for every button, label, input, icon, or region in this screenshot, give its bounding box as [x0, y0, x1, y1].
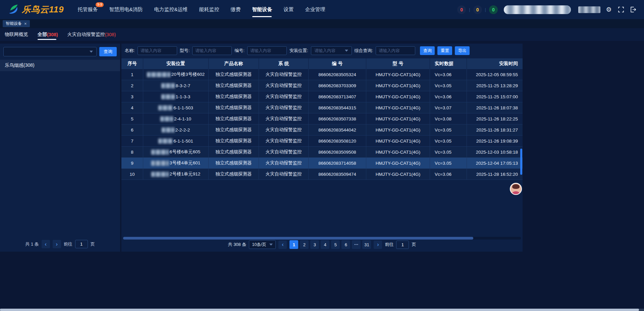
page-input[interactable] — [396, 241, 409, 249]
subtab[interactable]: 火灾自动报警监控(308) — [67, 28, 116, 41]
left-prev-page-button[interactable]: ‹ — [42, 240, 50, 248]
table-row[interactable]: 86号楼6单元605独立式感烟探测器火灾自动报警监控86606208350950… — [121, 147, 523, 158]
filter-input[interactable] — [376, 46, 415, 55]
cell-code: 866062083714058 — [309, 158, 366, 168]
filter-input[interactable] — [192, 46, 232, 55]
cell-model: HMJTY-GD-CAT1(4G) — [366, 147, 430, 157]
cell-system: 火灾自动报警监控 — [259, 91, 309, 102]
tab-close-icon[interactable]: × — [24, 21, 27, 26]
cell-loc: 3号楼4单元601 — [143, 158, 209, 168]
cell-model: HMJTY-GD-CAT1(4G) — [366, 124, 430, 135]
page-size-select[interactable]: 10条/页 — [249, 240, 276, 249]
subtab[interactable]: 物联网概览 — [5, 28, 28, 41]
more-pages-button[interactable]: ••• — [352, 240, 361, 249]
nav-item[interactable]: 智能设备 — [252, 0, 272, 19]
page-button[interactable]: 5 — [331, 240, 340, 249]
tab-strip: 智能设备 × — [0, 19, 644, 28]
nav-item[interactable]: 设置 — [283, 0, 293, 19]
nav-item[interactable]: 托管服务9-9 — [77, 0, 98, 19]
cell-model: HMJTY-GD-CAT1(4G) — [366, 102, 430, 113]
device-type-select[interactable] — [3, 47, 97, 56]
table-row[interactable]: 31-1-3-3独立式感烟探测器火灾自动报警监控866062083713407H… — [121, 91, 523, 102]
filter-input[interactable] — [138, 46, 177, 55]
redacted-location-prefix — [147, 72, 170, 77]
nav-item[interactable]: 智慧用电&消防 — [109, 0, 143, 19]
cell-rt: Vc=3.05 — [430, 147, 467, 157]
list-item[interactable]: 乐鸟烟感(308) — [0, 60, 120, 71]
cell-rt: Vc=3.06 — [430, 169, 467, 179]
cell-system: 火灾自动报警监控 — [259, 102, 309, 113]
page-button[interactable]: 1 — [289, 240, 298, 249]
cell-loc: 6号楼6单元605 — [143, 147, 209, 157]
table-horizontal-scrollbar[interactable] — [123, 237, 521, 240]
cell-code: 866062083703309 — [309, 80, 366, 91]
cell-model: HMJTY-GD-CAT1(4G) — [366, 158, 430, 168]
open-tab-smart-devices[interactable]: 智能设备 × — [3, 20, 30, 27]
page-button[interactable]: 2 — [300, 240, 309, 249]
page-button[interactable]: 3 — [310, 240, 319, 249]
table-row[interactable]: 93号楼4单元601独立式感烟探测器火灾自动报警监控86606208371405… — [121, 158, 523, 169]
cell-no: 1 — [121, 69, 143, 80]
cell-loc: 2-2-2-2 — [143, 124, 209, 135]
logout-icon[interactable] — [629, 6, 637, 13]
table-row[interactable]: 46-1-1-503独立式感烟探测器火灾自动报警监控86606208354431… — [121, 102, 523, 113]
app-root: 乐鸟云119 托管服务9-9智慧用电&消防电力监控&运维能耗监控缴费智能设备设置… — [0, 0, 644, 311]
nav-item[interactable]: 能耗监控 — [199, 0, 219, 19]
subtab-label: 火灾自动报警监控 — [67, 32, 105, 38]
scrollbar-thumb[interactable] — [0, 309, 639, 311]
table-row[interactable]: 76-1-1-501独立式感烟探测器火灾自动报警监控86606208350812… — [121, 136, 523, 147]
settings-gear-icon[interactable]: ⚙ — [605, 6, 612, 13]
table-vertical-scrollbar[interactable] — [520, 149, 522, 175]
table-body: 120号楼3号楼602独立式感烟探测器火灾自动报警监控8660620835053… — [121, 69, 523, 180]
cell-system: 火灾自动报警监控 — [259, 136, 309, 146]
cell-system: 火灾自动报警监控 — [259, 169, 309, 179]
cell-code: 866062083509474 — [309, 169, 366, 179]
filter-label: 型号: — [180, 48, 190, 54]
cell-no: 7 — [121, 136, 143, 146]
subtab[interactable]: 全部(308) — [38, 28, 58, 41]
table-row[interactable]: 28-3-2-7独立式感烟探测器火灾自动报警监控866062083703309H… — [121, 80, 523, 91]
reset-button[interactable]: 重置 — [437, 46, 452, 55]
left-page-input[interactable] — [75, 240, 88, 248]
alarm-counter[interactable]: 0 — [457, 5, 466, 14]
window-horizontal-scrollbar[interactable] — [0, 309, 644, 311]
brand[interactable]: 乐鸟云119 — [7, 3, 64, 16]
cell-rt: Vc=3.08 — [430, 113, 467, 124]
page-button[interactable]: 4 — [321, 240, 329, 249]
table-row[interactable]: 52-4-1-10独立式感烟探测器火灾自动报警监控866062083507338… — [121, 113, 523, 124]
next-page-button[interactable]: › — [374, 241, 382, 249]
table-row[interactable]: 120号楼3号楼602独立式感烟探测器火灾自动报警监控8660620835053… — [121, 69, 523, 80]
support-avatar[interactable] — [510, 183, 522, 195]
alarm-counter[interactable]: 0 — [473, 5, 482, 14]
cell-loc: 1-1-3-3 — [143, 91, 209, 102]
filter-input[interactable] — [247, 46, 287, 55]
filter-label: 名称: — [125, 48, 135, 54]
cell-product: 独立式感烟探测器 — [209, 124, 259, 135]
table-row[interactable]: 102号楼1单元912独立式感烟探测器火灾自动报警监控8660620835094… — [121, 169, 523, 180]
cell-loc: 2号楼1单元912 — [143, 169, 209, 179]
alarm-counter[interactable]: 0 — [489, 5, 498, 14]
cell-time: 2025-11-25 15:07:00 — [467, 91, 523, 102]
query-button[interactable]: 查询 — [420, 46, 435, 55]
cell-time: 2025-11-25 13:28:29 — [467, 80, 523, 91]
left-next-page-button[interactable]: › — [53, 240, 61, 248]
cell-loc: 20号楼3号楼602 — [143, 69, 209, 80]
redacted-location-prefix — [158, 105, 172, 110]
left-query-button[interactable]: 查询 — [99, 47, 117, 56]
export-button[interactable]: 导出 — [455, 46, 470, 55]
filter-select[interactable]: 请输入内容 — [311, 46, 352, 55]
page-button[interactable]: 31 — [362, 240, 371, 249]
cell-system: 火灾自动报警监控 — [259, 124, 309, 135]
nav-item[interactable]: 电力监控&运维 — [154, 0, 187, 19]
chevron-down-icon — [269, 244, 273, 246]
nav-item[interactable]: 缴费 — [230, 0, 240, 19]
nav-item[interactable]: 企业管理 — [305, 0, 325, 19]
cell-code: 866062083713407 — [309, 91, 366, 102]
scrollbar-thumb[interactable] — [123, 237, 473, 240]
page-size-value: 10条/页 — [252, 242, 266, 248]
cell-rt: Vc=3.06 — [430, 91, 467, 102]
fullscreen-icon[interactable] — [617, 6, 625, 13]
page-button[interactable]: 6 — [341, 240, 350, 249]
prev-page-button[interactable]: ‹ — [278, 241, 287, 249]
table-row[interactable]: 62-2-2-2独立式感烟探测器火灾自动报警监控866062083544042H… — [121, 124, 523, 136]
